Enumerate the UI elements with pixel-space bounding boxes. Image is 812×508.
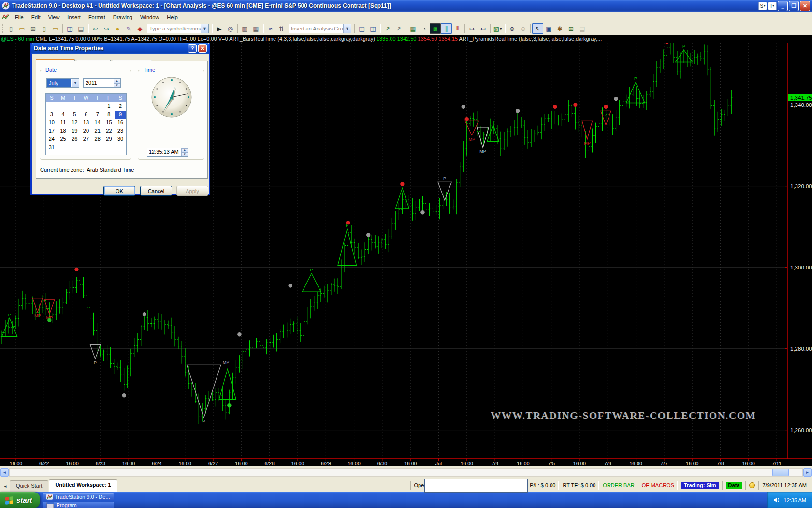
calendar-day-29[interactable]: 29: [103, 135, 115, 144]
calendar-day-10[interactable]: 10: [46, 119, 58, 127]
candle-chart-style-icon[interactable]: ⦀: [452, 23, 463, 34]
menu-drawing[interactable]: Drawing: [109, 14, 136, 21]
calendar-day-21[interactable]: 21: [92, 127, 103, 135]
calendar-day-1[interactable]: 1: [103, 103, 115, 111]
calendar-day-12[interactable]: 12: [69, 119, 80, 127]
undo-icon[interactable]: ↩: [90, 23, 101, 34]
chevron-down-icon[interactable]: ▼: [343, 24, 351, 33]
help-icon[interactable]: ?: [188, 44, 197, 53]
dialog-title-bar[interactable]: Date and Time Properties ? ✕: [31, 43, 209, 54]
alert-icon[interactable]: [749, 482, 755, 488]
symbol-lookup-icon[interactable]: ◎: [225, 23, 236, 34]
year-spin-buttons[interactable]: ▲▼: [114, 79, 120, 87]
workspace-tab-untitled-workspace-1[interactable]: Untitled Workspace: 1: [49, 479, 117, 492]
export-folder-icon[interactable]: ▭: [50, 23, 61, 34]
horizontal-scrollbar[interactable]: ◄ ►: [0, 466, 812, 478]
calendar-day-6[interactable]: 6: [80, 111, 92, 119]
menu-window[interactable]: Window: [136, 14, 163, 21]
text-label-tool-icon[interactable]: ▣: [543, 23, 554, 34]
analysis-group-combo[interactable]: Insert an Analysis Group▼: [289, 24, 351, 33]
status-cell-rt-te-0-00[interactable]: RT TE: $ 0.00: [559, 481, 599, 490]
bar-chart-style-icon[interactable]: ∥: [441, 23, 452, 34]
calendar-day-28[interactable]: 28: [92, 135, 103, 144]
scrollbar-thumb[interactable]: [772, 469, 789, 476]
redo-icon[interactable]: ↪: [101, 23, 112, 34]
calendar-day-3[interactable]: 3: [46, 111, 58, 119]
time-spin-buttons[interactable]: ▲▼: [181, 148, 188, 156]
calendar-day-7[interactable]: 7: [92, 111, 103, 119]
calendar-day-13[interactable]: 13: [80, 119, 92, 127]
new-matrix-window-icon[interactable]: ◫: [367, 23, 378, 34]
new-document-icon[interactable]: ▯: [5, 23, 16, 34]
data-window-icon[interactable]: ▥: [239, 23, 250, 34]
menu-file[interactable]: File: [11, 14, 28, 21]
drawing-tools-icon[interactable]: ✱: [554, 23, 566, 34]
expand-bars-left-icon[interactable]: ↤: [478, 23, 489, 34]
calendar-day-22[interactable]: 22: [103, 127, 115, 135]
scrollbar-track[interactable]: [9, 468, 803, 477]
run-command-icon[interactable]: ▶: [214, 23, 225, 34]
status-cell-data[interactable]: Data: [722, 481, 746, 490]
add-window-icon[interactable]: ⊞: [566, 23, 577, 34]
symbol-list-button[interactable]: S▾: [758, 2, 767, 10]
calendar-day-17[interactable]: 17: [46, 127, 58, 135]
calendar-day-27[interactable]: 27: [80, 135, 92, 144]
calendar-day-9[interactable]: 9: [115, 111, 126, 119]
calendar-day-18[interactable]: 18: [58, 127, 69, 135]
send-to-chart-icon[interactable]: ↗: [382, 23, 393, 34]
calendar-day-16[interactable]: 16: [115, 119, 126, 127]
send-to-window-icon[interactable]: ↗: [393, 23, 404, 34]
chart-area[interactable]: WWW.TRADING-SOFTWARE-COLLECTION.COMWWW.T…: [0, 43, 812, 466]
calendar-day-20[interactable]: 20: [80, 127, 92, 135]
calendar-day-30[interactable]: 30: [115, 135, 126, 144]
close-button[interactable]: ✕: [800, 1, 810, 11]
quote-board-icon[interactable]: ▦: [250, 23, 261, 34]
dark-matrix-icon[interactable]: ▩: [430, 23, 441, 34]
calendar[interactable]: SMTWTFS 12345678910111213141516171819202…: [45, 93, 127, 155]
calendar-days[interactable]: 1234567891011121314151617181920212223242…: [46, 102, 126, 152]
calendar-day-4[interactable]: 4: [58, 111, 69, 119]
scroll-left-icon[interactable]: ◄: [0, 468, 9, 477]
volume-icon[interactable]: [773, 497, 781, 503]
symbol-command-combo[interactable]: Type a symbol/command▼: [147, 24, 209, 33]
save-icon[interactable]: ◫: [64, 23, 75, 34]
close-icon[interactable]: ✕: [198, 44, 207, 53]
calendar-day-2[interactable]: 2: [115, 103, 126, 111]
apply-button[interactable]: Apply: [176, 186, 208, 196]
task-button-tradestation-9-0-de[interactable]: TradeStation 9.0 - De...: [43, 493, 114, 500]
status-cell-order-bar[interactable]: ORDER BAR: [599, 481, 638, 490]
cancel-button[interactable]: Cancel: [140, 186, 172, 196]
time-sales-icon[interactable]: ◔: [419, 23, 430, 34]
status-cell-7-9-2011-12-35-am[interactable]: 7/9/2011 12:35 AM: [758, 481, 810, 490]
duplicate-window-icon[interactable]: ⊞: [28, 23, 39, 34]
session-calendar-icon[interactable]: ▦: [407, 23, 419, 34]
start-button[interactable]: start: [0, 492, 40, 508]
menu-edit[interactable]: Edit: [28, 14, 44, 21]
open-workspace-icon[interactable]: ▭: [16, 23, 28, 34]
lock-icon[interactable]: ●: [112, 23, 123, 34]
object-colors-icon[interactable]: ◆: [134, 23, 145, 34]
scroll-right-icon[interactable]: ►: [803, 468, 812, 477]
calendar-day-25[interactable]: 25: [58, 135, 69, 144]
year-spinner[interactable]: 2011 ▲▼: [83, 78, 121, 88]
chart-analysis-icon[interactable]: ≈: [265, 23, 276, 34]
calendar-day-26[interactable]: 26: [69, 135, 80, 144]
chevron-down-icon[interactable]: ▾: [500, 27, 502, 31]
calendar-day-5[interactable]: 5: [69, 111, 80, 119]
calendar-day-24[interactable]: 24: [46, 135, 58, 144]
minimize-button[interactable]: _: [778, 1, 788, 11]
month-select[interactable]: July ▼: [46, 78, 79, 88]
chevron-down-icon[interactable]: ▼: [201, 24, 208, 33]
calendar-day-11[interactable]: 11: [58, 119, 69, 127]
format-painter-icon[interactable]: ✎: [123, 23, 134, 34]
insert-indicator-icon[interactable]: ▧▾: [492, 23, 503, 34]
status-cell-oe-macros[interactable]: OE MACROS: [638, 481, 678, 490]
status-cell-trading-sim[interactable]: Trading: Sim: [678, 481, 722, 490]
calendar-day-8[interactable]: 8: [103, 111, 115, 119]
calendar-day-31[interactable]: 31: [46, 144, 58, 152]
status-alert-cell[interactable]: [745, 481, 758, 490]
expand-bars-right-icon[interactable]: ↦: [466, 23, 478, 34]
menu-insert[interactable]: Insert: [63, 14, 85, 21]
time-field[interactable]: 12:35:13 AM ▲▼: [147, 148, 188, 157]
task-button-program[interactable]: Program: [43, 502, 114, 508]
